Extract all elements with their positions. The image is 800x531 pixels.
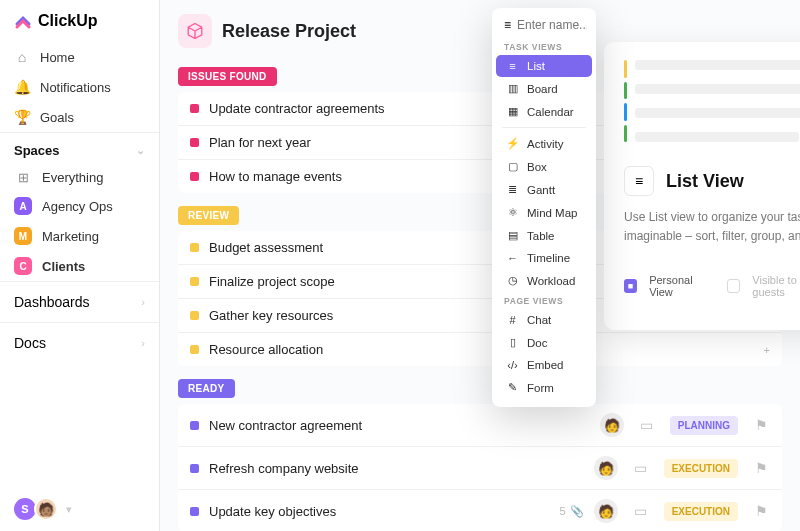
project-icon[interactable] [178,14,212,48]
sidebar-docs[interactable]: Docs› [0,322,159,363]
gantt-icon: ≣ [506,183,519,196]
view-option-timeline[interactable]: ←Timeline [496,247,592,269]
chat-icon: # [506,314,519,326]
view-option-table[interactable]: ▤Table [496,224,592,247]
group-label[interactable]: READY [178,379,235,398]
box-icon [186,22,204,40]
view-name-row: ≡ [492,14,596,38]
status-dot-icon [190,104,199,113]
views-popover: ≡ TASK VIEWS ≡List▥Board▦Calendar⚡Activi… [492,8,596,407]
nav-goals[interactable]: 🏆Goals [0,102,159,132]
view-option-calendar[interactable]: ▦Calendar [496,100,592,123]
sidebar-dashboards[interactable]: Dashboards› [0,281,159,322]
nav-notifications[interactable]: 🔔Notifications [0,72,159,102]
box-icon: ▢ [506,160,519,173]
avatar-letter: S [14,498,36,520]
mind-map-icon: ⚛ [506,206,519,219]
activity-icon: ⚡ [506,137,519,150]
status-tag[interactable]: EXECUTION [664,459,738,478]
space-badge-icon: M [14,227,32,245]
view-option-form[interactable]: ✎Form [496,376,592,399]
view-option-mind-map[interactable]: ⚛Mind Map [496,201,592,224]
nav-home[interactable]: ⌂Home [0,42,159,72]
task-name: New contractor agreement [209,418,590,433]
page-title: Release Project [222,21,356,42]
assignee-avatar[interactable]: 🧑 [594,499,618,523]
view-option-doc[interactable]: ▯Doc [496,331,592,354]
chevron-down-icon: ⌄ [136,144,145,157]
personal-view-label: Personal View [649,274,715,298]
info-title: List View [666,171,744,192]
chevron-right-icon: › [141,296,145,308]
task-row[interactable]: New contractor agreement 🧑 ▭ PLANNING ⚑ [178,404,782,447]
view-option-board[interactable]: ▥Board [496,77,592,100]
personal-view-checkbox[interactable]: ■ [624,279,637,293]
space-item-agency-ops[interactable]: AAgency Ops [0,191,159,221]
brand[interactable]: ClickUp [0,0,159,42]
spaces-header[interactable]: Spaces⌄ [0,132,159,164]
list-icon: ≡ [506,60,519,72]
space-everything[interactable]: ⊞Everything [0,164,159,191]
chevron-down-icon: ▾ [66,503,72,516]
flag-icon[interactable]: ⚑ [752,460,770,476]
calendar-icon[interactable]: ▭ [632,460,650,476]
status-dot-icon [190,507,199,516]
status-tag[interactable]: PLANNING [670,416,738,435]
board-icon: ▥ [506,82,519,95]
status-dot-icon [190,345,199,354]
status-dot-icon [190,172,199,181]
list-view-icon: ≡ [624,166,654,196]
flag-icon[interactable]: ⚑ [752,417,770,433]
chevron-right-icon: › [141,337,145,349]
view-option-gantt[interactable]: ≣Gantt [496,178,592,201]
view-option-workload[interactable]: ◷Workload [496,269,592,292]
form-icon: ✎ [506,381,519,394]
list-preview [624,60,800,142]
view-option-embed[interactable]: ‹/›Embed [496,354,592,376]
subtask-count: 5 📎 [560,505,584,518]
visible-guests-label: Visible to guests [752,274,800,298]
group-label[interactable]: ISSUES FOUND [178,67,277,86]
status-dot-icon [190,277,199,286]
embed-icon: ‹/› [506,359,519,371]
assignee-avatar[interactable]: 🧑 [600,413,624,437]
status-tag[interactable]: EXECUTION [664,502,738,521]
attachment-icon: 📎 [570,505,584,518]
add-subtask-icon[interactable]: + [764,344,770,356]
grid-icon: ⊞ [14,170,32,185]
task-group: READY New contractor agreement 🧑 ▭ PLANN… [178,378,782,531]
group-label[interactable]: REVIEW [178,206,239,225]
brand-name: ClickUp [38,12,98,30]
task-row[interactable]: Update key objectives5 📎 🧑 ▭ EXECUTION ⚑ [178,490,782,531]
task-name: Resource allocation [209,342,754,357]
visible-guests-checkbox[interactable] [727,279,740,293]
space-item-marketing[interactable]: MMarketing [0,221,159,251]
doc-icon: ▯ [506,336,519,349]
task-row[interactable]: Refresh company website 🧑 ▭ EXECUTION ⚑ [178,447,782,490]
space-badge-icon: A [14,197,32,215]
status-dot-icon [190,421,199,430]
calendar-icon[interactable]: ▭ [632,503,650,519]
space-badge-icon: C [14,257,32,275]
list-icon: ≡ [504,18,511,32]
timeline-icon: ← [506,252,519,264]
assignee-avatar[interactable]: 🧑 [594,456,618,480]
task-name: Update key objectives [209,504,550,519]
home-icon: ⌂ [14,49,30,65]
sidebar: ClickUp ⌂Home 🔔Notifications 🏆Goals Spac… [0,0,160,531]
profile-area[interactable]: S 🧑🏽 ▾ [0,487,159,531]
page-views-label: PAGE VIEWS [492,292,596,309]
task-row[interactable]: Resource allocation+ [178,333,782,366]
space-item-clients[interactable]: CClients [0,251,159,281]
view-name-input[interactable] [517,18,587,32]
view-option-box[interactable]: ▢Box [496,155,592,178]
view-info-panel: ≡ List View Use List view to organize yo… [604,42,800,330]
view-option-chat[interactable]: #Chat [496,309,592,331]
view-option-activity[interactable]: ⚡Activity [496,132,592,155]
info-description: Use List view to organize your tasks in … [624,208,800,246]
calendar-icon[interactable]: ▭ [638,417,656,433]
task-name: Refresh company website [209,461,584,476]
table-icon: ▤ [506,229,519,242]
flag-icon[interactable]: ⚑ [752,503,770,519]
view-option-list[interactable]: ≡List [496,55,592,77]
